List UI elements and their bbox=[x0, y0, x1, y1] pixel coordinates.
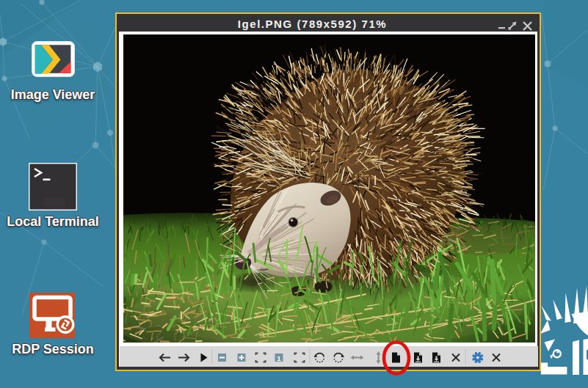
svg-text:1: 1 bbox=[277, 354, 281, 362]
